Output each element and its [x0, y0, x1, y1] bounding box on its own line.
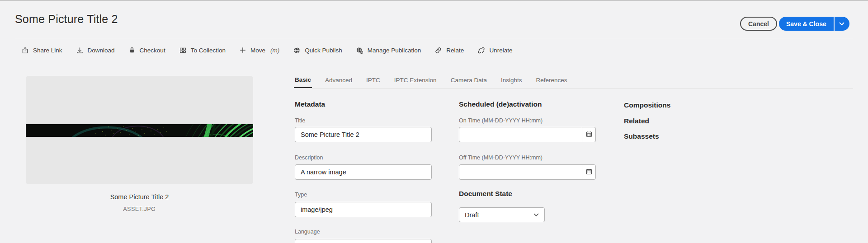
- link-broken-icon: [477, 47, 485, 54]
- chevron-down-icon: [839, 20, 844, 27]
- tab-iptc-extension[interactable]: IPTC Extension: [393, 72, 438, 88]
- lock-icon: [128, 47, 136, 54]
- metadata-heading: Metadata: [295, 100, 325, 108]
- language-field-label: Language: [295, 229, 320, 235]
- document-state-value: Draft: [465, 211, 479, 219]
- move-shortcut: (m): [270, 47, 279, 54]
- asset-caption-title: Some Picture Title 2: [26, 193, 253, 201]
- off-time-field: [459, 164, 596, 180]
- off-time-label: Off Time (MM-DD-YYYY HH:mm): [459, 154, 542, 161]
- manage-publication-button[interactable]: Manage Publication: [356, 47, 421, 54]
- title-field-input[interactable]: [295, 127, 432, 142]
- relate-button[interactable]: Relate: [434, 47, 464, 54]
- type-field-input[interactable]: [295, 202, 432, 217]
- language-field-input[interactable]: [295, 239, 432, 243]
- title-field-label: Title: [295, 117, 305, 124]
- type-field-label: Type: [295, 192, 307, 198]
- download-button[interactable]: Download: [76, 47, 115, 54]
- description-field-label: Description: [295, 154, 323, 161]
- tab-insights[interactable]: Insights: [500, 72, 523, 88]
- off-time-input[interactable]: [459, 164, 582, 180]
- metadata-tabbar: Basic Advanced IPTC IPTC Extension Camer…: [294, 72, 853, 89]
- calendar-icon: [585, 168, 593, 177]
- top-border: [0, 0, 868, 1]
- share-link-button[interactable]: Share Link: [21, 47, 62, 54]
- tab-basic[interactable]: Basic: [294, 72, 312, 88]
- download-icon: [76, 47, 84, 54]
- to-collection-button[interactable]: To Collection: [179, 47, 226, 54]
- move-icon: [239, 47, 246, 54]
- globe-clock-icon: [356, 47, 363, 54]
- asset-preview-card: [26, 76, 253, 184]
- document-state-heading: Document State: [459, 190, 512, 198]
- compositions-section-heading[interactable]: Compositions: [624, 101, 670, 109]
- tab-advanced[interactable]: Advanced: [324, 72, 353, 88]
- unrelate-button[interactable]: Unrelate: [477, 47, 512, 54]
- save-options-dropdown-button[interactable]: [835, 17, 849, 31]
- save-close-split-button: Save & Close: [779, 17, 849, 31]
- document-state-select[interactable]: Draft: [459, 207, 545, 222]
- on-time-input[interactable]: [459, 127, 582, 142]
- checkout-button[interactable]: Checkout: [128, 47, 165, 54]
- share-icon: [21, 47, 29, 54]
- scheduling-heading: Scheduled (de)activation: [459, 100, 542, 108]
- asset-preview-image: [26, 124, 253, 137]
- related-section-heading[interactable]: Related: [624, 117, 649, 125]
- page-title: Some Picture Title 2: [15, 13, 118, 26]
- tab-iptc[interactable]: IPTC: [365, 72, 381, 88]
- globe-icon: [293, 47, 301, 54]
- quick-publish-button[interactable]: Quick Publish: [293, 47, 342, 54]
- chevron-down-icon: [533, 213, 539, 217]
- cancel-button[interactable]: Cancel: [740, 17, 777, 31]
- calendar-icon: [585, 131, 593, 139]
- collection-add-icon: [179, 47, 187, 54]
- move-button[interactable]: Move (m): [239, 47, 279, 54]
- subassets-section-heading[interactable]: Subassets: [624, 132, 659, 140]
- on-time-label: On Time (MM-DD-YYYY HH:mm): [459, 117, 542, 124]
- save-close-button[interactable]: Save & Close: [779, 17, 834, 31]
- off-time-calendar-button[interactable]: [582, 164, 596, 180]
- asset-properties-page: Some Picture Title 2 Cancel Save & Close…: [0, 0, 868, 243]
- on-time-field: [459, 127, 596, 142]
- on-time-calendar-button[interactable]: [582, 127, 596, 142]
- tab-camera-data[interactable]: Camera Data: [450, 72, 488, 88]
- asset-caption-filename: ASSET.JPG: [26, 206, 253, 212]
- asset-toolbar: Share Link Download Checkout To Collecti…: [21, 45, 512, 56]
- description-field-input[interactable]: [295, 164, 432, 180]
- header-divider: [15, 39, 853, 39]
- link-icon: [434, 47, 442, 54]
- tab-references[interactable]: References: [535, 72, 568, 88]
